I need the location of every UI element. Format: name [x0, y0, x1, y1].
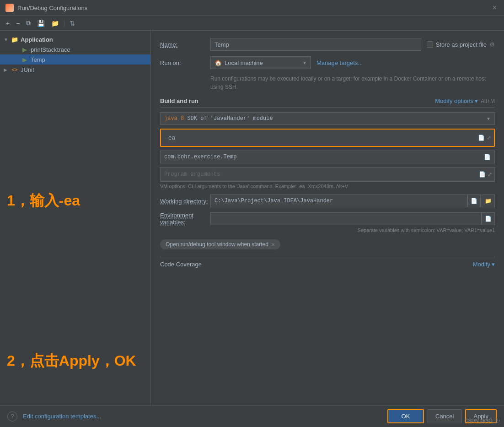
- run-on-dropdown[interactable]: 🏠 Local machine ▼: [210, 56, 311, 69]
- code-coverage-row: Code Coverage Modify ▾: [160, 257, 495, 268]
- working-dir-document-button[interactable]: 📄: [467, 195, 481, 207]
- junit-icon: <>: [11, 66, 18, 73]
- manage-targets-link[interactable]: Manage targets...: [316, 59, 363, 66]
- run-debug-dialog: Run/Debug Configurations × + − ⧉ 💾 📁 ⇅ 1…: [0, 0, 504, 427]
- tree-label-temp: Temp: [31, 56, 45, 63]
- store-as-project-checkbox[interactable]: [427, 41, 433, 48]
- tool-window-chip: Open run/debug tool window when started …: [160, 239, 280, 249]
- main-content: 1，输入-ea 2，点击Apply，OK ▼ 📁 Application ▶ ▶…: [0, 31, 504, 405]
- run-config-info-text: Run configurations may be executed local…: [210, 75, 495, 91]
- tree-item-application[interactable]: ▼ 📁 Application: [0, 34, 150, 44]
- working-dir-icons: 📄 📁: [467, 195, 495, 207]
- name-input[interactable]: [210, 38, 421, 51]
- toolbar-separator: [64, 20, 64, 27]
- sort-button[interactable]: ⇅: [67, 18, 77, 28]
- working-dir-input[interactable]: [210, 195, 467, 207]
- sdk-keyword: java 8: [164, 115, 184, 122]
- program-arguments-wrapper: 📄 ⤢: [160, 167, 495, 182]
- sdk-suffix: SDK of 'JavaHander' module: [184, 115, 273, 122]
- tree-expand-arrow: ▼: [4, 37, 10, 42]
- vm-options-wrapper: 📄 ⤢: [160, 129, 495, 147]
- working-directory-row: Working directory: 📄 📁: [160, 195, 495, 207]
- toolbar: + − ⧉ 💾 📁 ⇅: [0, 16, 504, 31]
- sdk-text: java 8 SDK of 'JavaHander' module: [164, 115, 273, 122]
- run-on-row: Run on: 🏠 Local machine ▼ Manage targets…: [160, 56, 495, 69]
- env-vars-input[interactable]: [210, 212, 482, 225]
- sdk-dropdown-arrow-icon: ▼: [486, 116, 491, 121]
- run-on-value: Local machine: [225, 59, 263, 66]
- dialog-title: Run/Debug Configurations: [17, 5, 491, 11]
- open-configuration-button[interactable]: 📁: [49, 18, 61, 28]
- app-icon: [5, 4, 14, 12]
- dropdown-arrow-icon: ▼: [302, 60, 307, 65]
- gear-icon[interactable]: ⚙: [489, 41, 495, 48]
- vm-options-expand-icon[interactable]: ⤢: [487, 135, 491, 141]
- tree-item-printStacktrace[interactable]: ▶ ▶ printStacktrace: [0, 44, 150, 54]
- title-bar: Run/Debug Configurations ×: [0, 0, 504, 16]
- cancel-button[interactable]: Cancel: [428, 409, 461, 423]
- save-configuration-button[interactable]: 💾: [35, 18, 47, 28]
- sdk-dropdown[interactable]: java 8 SDK of 'JavaHander' module ▼: [160, 112, 495, 125]
- modify-chevron-icon: ▾: [492, 261, 495, 268]
- program-arguments-input[interactable]: [160, 167, 495, 182]
- chip-close-button[interactable]: ✕: [271, 242, 275, 247]
- build-and-run-section-header: Build and run Modify options ▾ Alt+M: [160, 97, 495, 108]
- tree-label-application: Application: [21, 36, 53, 43]
- env-vars-label: Environment variables:: [160, 212, 210, 226]
- modify-options-label: Modify options: [435, 97, 473, 104]
- prog-args-document-icon[interactable]: 📄: [479, 171, 486, 178]
- add-configuration-button[interactable]: +: [4, 18, 12, 28]
- code-coverage-title: Code Coverage: [160, 261, 202, 268]
- working-dir-browse-button[interactable]: 📁: [482, 195, 495, 207]
- help-button[interactable]: ?: [7, 411, 17, 422]
- close-button[interactable]: ×: [491, 4, 499, 12]
- tree-junit-arrow: ▶: [4, 67, 10, 72]
- modify-options-chevron-icon: ▾: [475, 97, 478, 104]
- main-class-document-icon[interactable]: 📄: [484, 154, 491, 160]
- left-panel: 1，输入-ea 2，点击Apply，OK ▼ 📁 Application ▶ ▶…: [0, 31, 151, 405]
- prog-args-icons: 📄 ⤢: [479, 171, 492, 178]
- annotation-step2: 2，点击Apply，OK: [7, 351, 136, 371]
- vm-options-hint: VM options. CLI arguments to the 'Java' …: [160, 184, 495, 189]
- edit-configuration-templates-link[interactable]: Edit configuration templates...: [23, 413, 101, 420]
- env-vars-document-button[interactable]: 📄: [482, 212, 495, 225]
- local-machine-icon: 🏠: [214, 59, 222, 66]
- bottom-left: ? Edit configuration templates...: [7, 411, 101, 422]
- environment-variables-row: Environment variables: 📄: [160, 212, 495, 226]
- csdn-watermark: CSDN @BO_Er: [465, 418, 500, 423]
- name-label: Name:: [160, 41, 210, 48]
- prog-args-expand-icon[interactable]: ⤢: [488, 171, 492, 178]
- vm-options-document-icon[interactable]: 📄: [478, 135, 485, 141]
- main-class-row: com.bohr.exercise.Temp 📄: [160, 151, 495, 163]
- modify-options-shortcut: Alt+M: [481, 98, 495, 104]
- run-config-icon-print: ▶: [21, 46, 28, 53]
- annotation-step1: 1，输入-ea: [7, 191, 80, 211]
- code-coverage-modify-link[interactable]: Modify ▾: [473, 261, 495, 268]
- right-panel: Name: Store as project file ⚙ Run on: 🏠 …: [151, 31, 504, 405]
- copy-configuration-button[interactable]: ⧉: [24, 18, 33, 28]
- run-on-label: Run on:: [160, 59, 210, 66]
- tree-item-junit[interactable]: ▶ <> JUnit: [0, 65, 150, 75]
- remove-configuration-button[interactable]: −: [14, 18, 22, 28]
- store-as-project-label: Store as project file: [436, 41, 487, 48]
- env-vars-hint: Separate variables with semicolon: VAR=v…: [160, 227, 495, 233]
- bottom-bar: ? Edit configuration templates... OK Can…: [0, 405, 504, 427]
- chip-row: Open run/debug tool window when started …: [160, 239, 495, 249]
- vm-options-icons: 📄 ⤢: [478, 135, 491, 141]
- build-and-run-title: Build and run: [160, 97, 198, 104]
- vm-options-input[interactable]: [161, 130, 494, 146]
- application-folder-icon: 📁: [11, 36, 18, 43]
- tree-label-printStacktrace: printStacktrace: [31, 46, 70, 53]
- working-dir-label: Working directory:: [160, 198, 210, 205]
- main-class-text: com.bohr.exercise.Temp: [164, 154, 484, 160]
- tree-item-temp[interactable]: ▶ ▶ Temp: [0, 54, 150, 65]
- run-config-icon-temp: ▶: [21, 56, 28, 63]
- ok-button[interactable]: OK: [387, 409, 424, 423]
- modify-options-link[interactable]: Modify options ▾: [435, 97, 478, 104]
- tree-label-junit: JUnit: [21, 66, 34, 73]
- modify-label: Modify: [473, 261, 490, 268]
- name-row: Name: Store as project file ⚙: [160, 38, 495, 51]
- chip-label: Open run/debug tool window when started: [166, 241, 268, 248]
